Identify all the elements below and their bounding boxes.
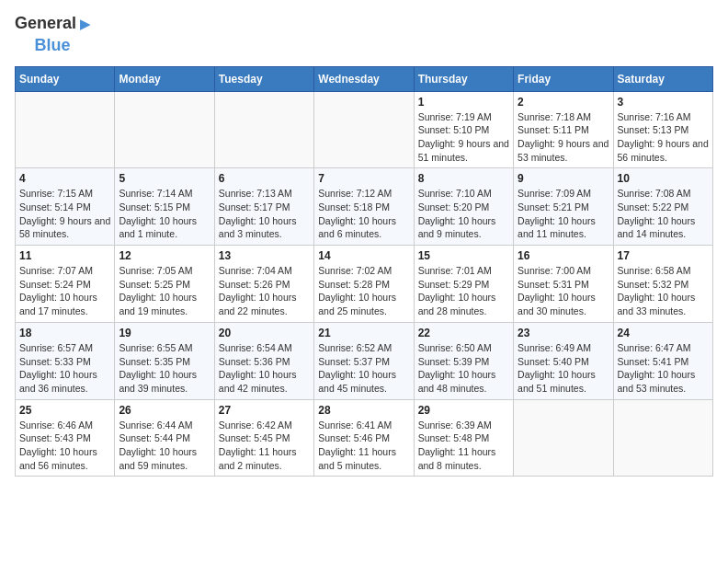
day-number: 11 (19, 249, 110, 262)
day-info: Sunrise: 7:00 AM Sunset: 5:31 PM Dayligh… (518, 264, 609, 318)
calendar-cell: 8Sunrise: 7:10 AM Sunset: 5:20 PM Daylig… (414, 168, 513, 246)
week-row-4: 18Sunrise: 6:57 AM Sunset: 5:33 PM Dayli… (16, 322, 713, 399)
day-number: 22 (418, 327, 509, 339)
calendar-cell: 5Sunrise: 7:14 AM Sunset: 5:15 PM Daylig… (115, 168, 214, 246)
day-number: 6 (219, 172, 310, 185)
day-info: Sunrise: 7:07 AM Sunset: 5:24 PM Dayligh… (19, 264, 110, 318)
calendar-cell: 4Sunrise: 7:15 AM Sunset: 5:14 PM Daylig… (16, 168, 115, 246)
week-row-1: 1Sunrise: 7:19 AM Sunset: 5:10 PM Daylig… (16, 91, 713, 168)
day-info: Sunrise: 6:39 AM Sunset: 5:48 PM Dayligh… (418, 419, 509, 473)
day-info: Sunrise: 7:19 AM Sunset: 5:10 PM Dayligh… (418, 110, 509, 165)
calendar-cell: 16Sunrise: 7:00 AM Sunset: 5:31 PM Dayli… (514, 246, 613, 323)
day-info: Sunrise: 6:50 AM Sunset: 5:39 PM Dayligh… (418, 341, 509, 396)
day-number: 25 (19, 404, 110, 417)
calendar-cell: 12Sunrise: 7:05 AM Sunset: 5:25 PM Dayli… (115, 246, 214, 323)
day-info: Sunrise: 7:08 AM Sunset: 5:22 PM Dayligh… (618, 187, 709, 241)
calendar-cell: 13Sunrise: 7:04 AM Sunset: 5:26 PM Dayli… (214, 246, 313, 323)
calendar-cell: 22Sunrise: 6:50 AM Sunset: 5:39 PM Dayli… (414, 322, 513, 399)
day-info: Sunrise: 7:05 AM Sunset: 5:25 PM Dayligh… (119, 264, 210, 318)
day-info: Sunrise: 7:09 AM Sunset: 5:21 PM Dayligh… (518, 187, 609, 241)
page-header: General ▶Blue (15, 15, 713, 55)
day-number: 12 (119, 249, 210, 262)
day-info: Sunrise: 7:02 AM Sunset: 5:28 PM Dayligh… (318, 264, 409, 318)
day-number: 23 (518, 327, 609, 339)
day-info: Sunrise: 6:54 AM Sunset: 5:36 PM Dayligh… (219, 341, 310, 396)
calendar-cell: 2Sunrise: 7:18 AM Sunset: 5:11 PM Daylig… (514, 91, 613, 168)
day-info: Sunrise: 7:10 AM Sunset: 5:20 PM Dayligh… (418, 187, 509, 241)
day-info: Sunrise: 6:44 AM Sunset: 5:44 PM Dayligh… (119, 419, 210, 473)
calendar-cell: 6Sunrise: 7:13 AM Sunset: 5:17 PM Daylig… (214, 168, 313, 246)
weekday-header-friday: Friday (514, 66, 613, 91)
day-info: Sunrise: 7:04 AM Sunset: 5:26 PM Dayligh… (219, 264, 310, 318)
calendar-cell: 27Sunrise: 6:42 AM Sunset: 5:45 PM Dayli… (214, 399, 313, 477)
day-number: 28 (318, 404, 409, 417)
calendar-cell: 28Sunrise: 6:41 AM Sunset: 5:46 PM Dayli… (314, 399, 414, 477)
day-number: 20 (219, 327, 310, 339)
calendar-cell: 1Sunrise: 7:19 AM Sunset: 5:10 PM Daylig… (414, 91, 513, 168)
day-number: 7 (318, 172, 409, 185)
calendar-cell: 20Sunrise: 6:54 AM Sunset: 5:36 PM Dayli… (214, 322, 313, 399)
calendar-cell (16, 91, 115, 168)
weekday-header-wednesday: Wednesday (314, 66, 414, 91)
calendar-cell: 18Sunrise: 6:57 AM Sunset: 5:33 PM Dayli… (16, 322, 115, 399)
day-info: Sunrise: 6:47 AM Sunset: 5:41 PM Dayligh… (618, 341, 709, 396)
day-number: 15 (418, 249, 509, 262)
logo-line1: General ▶ (15, 15, 90, 33)
weekday-header-monday: Monday (115, 66, 214, 91)
weekday-header-saturday: Saturday (613, 66, 712, 91)
day-number: 19 (119, 327, 210, 339)
day-info: Sunrise: 7:13 AM Sunset: 5:17 PM Dayligh… (219, 187, 310, 241)
day-info: Sunrise: 6:52 AM Sunset: 5:37 PM Dayligh… (318, 341, 409, 396)
day-number: 4 (19, 172, 110, 185)
day-number: 10 (618, 172, 709, 185)
day-info: Sunrise: 7:16 AM Sunset: 5:13 PM Dayligh… (618, 110, 709, 165)
calendar-cell: 21Sunrise: 6:52 AM Sunset: 5:37 PM Dayli… (314, 322, 414, 399)
day-info: Sunrise: 6:55 AM Sunset: 5:35 PM Dayligh… (119, 341, 210, 396)
calendar-cell (514, 399, 613, 477)
calendar-cell: 23Sunrise: 6:49 AM Sunset: 5:40 PM Dayli… (514, 322, 613, 399)
calendar-cell: 10Sunrise: 7:08 AM Sunset: 5:22 PM Dayli… (613, 168, 712, 246)
day-number: 2 (518, 96, 609, 109)
day-number: 14 (318, 249, 409, 262)
day-number: 29 (418, 404, 509, 417)
calendar-cell: 3Sunrise: 7:16 AM Sunset: 5:13 PM Daylig… (613, 91, 712, 168)
weekday-header-thursday: Thursday (414, 66, 513, 91)
day-info: Sunrise: 6:46 AM Sunset: 5:43 PM Dayligh… (19, 419, 110, 473)
week-row-5: 25Sunrise: 6:46 AM Sunset: 5:43 PM Dayli… (16, 399, 713, 477)
day-number: 3 (618, 96, 709, 109)
day-number: 17 (618, 249, 709, 262)
weekday-header-sunday: Sunday (16, 66, 115, 91)
day-info: Sunrise: 6:57 AM Sunset: 5:33 PM Dayligh… (19, 341, 110, 396)
day-number: 13 (219, 249, 310, 262)
calendar-cell: 7Sunrise: 7:12 AM Sunset: 5:18 PM Daylig… (314, 168, 414, 246)
weekday-header-tuesday: Tuesday (214, 66, 313, 91)
day-number: 16 (518, 249, 609, 262)
day-number: 9 (518, 172, 609, 185)
calendar-cell: 17Sunrise: 6:58 AM Sunset: 5:32 PM Dayli… (613, 246, 712, 323)
day-number: 8 (418, 172, 509, 185)
day-info: Sunrise: 7:12 AM Sunset: 5:18 PM Dayligh… (318, 187, 409, 241)
day-number: 18 (19, 327, 110, 339)
calendar-cell (613, 399, 712, 477)
calendar-cell: 29Sunrise: 6:39 AM Sunset: 5:48 PM Dayli… (414, 399, 513, 477)
day-info: Sunrise: 6:42 AM Sunset: 5:45 PM Dayligh… (219, 419, 310, 473)
logo: General ▶Blue (15, 15, 90, 55)
calendar-cell: 24Sunrise: 6:47 AM Sunset: 5:41 PM Dayli… (613, 322, 712, 399)
weekday-header-row: SundayMondayTuesdayWednesdayThursdayFrid… (16, 66, 713, 91)
calendar-cell (314, 91, 414, 168)
calendar-cell (214, 91, 313, 168)
calendar-cell: 15Sunrise: 7:01 AM Sunset: 5:29 PM Dayli… (414, 246, 513, 323)
calendar-cell (115, 91, 214, 168)
calendar-table: SundayMondayTuesdayWednesdayThursdayFrid… (15, 66, 713, 477)
day-info: Sunrise: 6:41 AM Sunset: 5:46 PM Dayligh… (318, 419, 409, 473)
calendar-cell: 11Sunrise: 7:07 AM Sunset: 5:24 PM Dayli… (16, 246, 115, 323)
calendar-cell: 9Sunrise: 7:09 AM Sunset: 5:21 PM Daylig… (514, 168, 613, 246)
day-number: 27 (219, 404, 310, 417)
day-info: Sunrise: 7:15 AM Sunset: 5:14 PM Dayligh… (19, 187, 110, 241)
calendar-cell: 26Sunrise: 6:44 AM Sunset: 5:44 PM Dayli… (115, 399, 214, 477)
day-info: Sunrise: 7:01 AM Sunset: 5:29 PM Dayligh… (418, 264, 509, 318)
week-row-3: 11Sunrise: 7:07 AM Sunset: 5:24 PM Dayli… (16, 246, 713, 323)
day-number: 26 (119, 404, 210, 417)
calendar-cell: 19Sunrise: 6:55 AM Sunset: 5:35 PM Dayli… (115, 322, 214, 399)
calendar-cell: 25Sunrise: 6:46 AM Sunset: 5:43 PM Dayli… (16, 399, 115, 477)
